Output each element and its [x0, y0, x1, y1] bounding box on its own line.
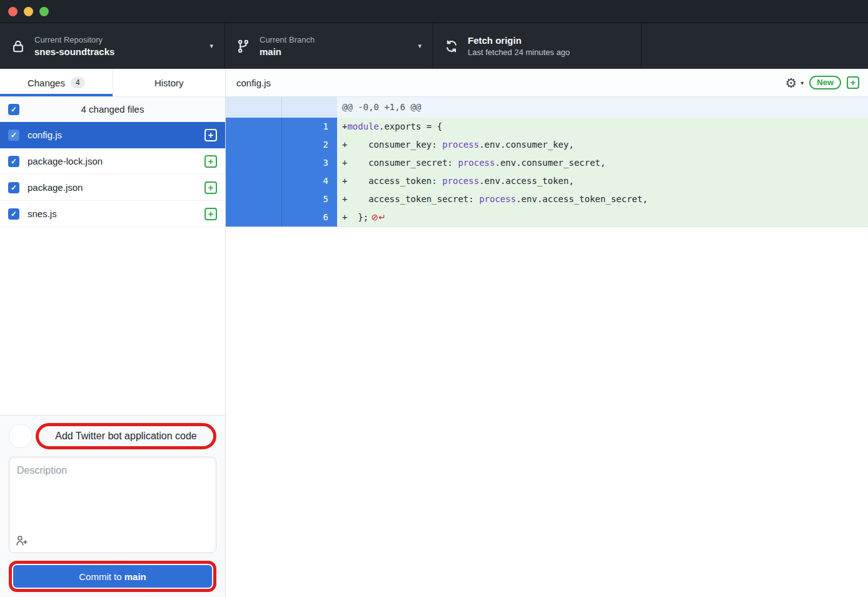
repository-name: snes-soundtracks — [34, 46, 204, 57]
gutter-old-line-number[interactable] — [226, 190, 282, 208]
current-branch-dropdown[interactable]: Current Branch main ▾ — [225, 23, 433, 69]
gutter-old-line-number[interactable] — [226, 118, 282, 136]
file-row[interactable]: ✓snes.js+ — [0, 201, 225, 227]
file-list-empty-space — [0, 227, 225, 415]
file-added-icon: + — [204, 181, 217, 194]
titlebar — [0, 0, 868, 23]
gutter-new — [282, 97, 337, 118]
tab-history-label: History — [154, 78, 184, 88]
toolbar: Current Repository snes-soundtracks ▾ Cu… — [0, 23, 868, 69]
file-name: package.json — [28, 182, 83, 193]
gutter-new-line-number[interactable]: 3 — [282, 154, 337, 172]
diff-line[interactable]: 5+ access_token_secret: process.env.acce… — [226, 190, 868, 208]
file-checkbox[interactable]: ✓ — [8, 156, 19, 167]
description-input[interactable] — [9, 457, 216, 553]
diff-line[interactable]: 4+ access_token: process.env.access_toke… — [226, 172, 868, 190]
lock-icon — [11, 39, 25, 53]
diff-code: + consumer_key: process.env.consumer_key… — [337, 136, 868, 154]
file-name: snes.js — [28, 208, 57, 219]
changes-count-badge: 4 — [71, 77, 85, 88]
diff-code: +module.exports = { — [337, 118, 868, 136]
close-button[interactable] — [8, 7, 18, 16]
chevron-down-icon: ▾ — [209, 42, 213, 50]
gutter-new-line-number[interactable]: 6 — [282, 208, 337, 227]
file-checkbox[interactable]: ✓ — [8, 208, 19, 220]
file-row[interactable]: ✓config.js+ — [0, 122, 225, 148]
file-name: config.js — [28, 130, 62, 140]
gutter-new-line-number[interactable]: 4 — [282, 172, 337, 190]
diff-header: config.js ⚙ ▾ New + — [226, 69, 868, 97]
gutter-old-line-number[interactable] — [226, 154, 282, 172]
diff-code: + }; ⊘↵ — [337, 208, 868, 227]
branch-name: main — [260, 46, 413, 57]
github-desktop-window: Current Repository snes-soundtracks ▾ Cu… — [0, 0, 868, 597]
gutter-old-line-number[interactable] — [226, 172, 282, 190]
gutter-old-line-number[interactable] — [226, 136, 282, 154]
add-coauthor-icon[interactable] — [16, 534, 28, 547]
gutter-new-line-number[interactable]: 5 — [282, 190, 337, 208]
minimize-button[interactable] — [24, 7, 33, 16]
file-added-icon: + — [204, 129, 217, 141]
diff-hunk-row: @@ -0,0 +1,6 @@ — [226, 97, 868, 118]
no-newline-icon: ⊘↵ — [368, 212, 386, 222]
file-checkbox[interactable]: ✓ — [8, 130, 19, 141]
diff-line[interactable]: 6+ }; ⊘↵ — [226, 208, 868, 227]
added-file-icon: + — [847, 76, 859, 89]
sidebar: Changes 4 History ✓ 4 changed files ✓con… — [0, 69, 226, 597]
hunk-header: @@ -0,0 +1,6 @@ — [337, 97, 868, 118]
changed-files-label: 4 changed files — [81, 104, 144, 115]
tab-changes-label: Changes — [28, 78, 65, 88]
file-checkbox[interactable]: ✓ — [8, 182, 19, 193]
file-row[interactable]: ✓package-lock.json+ — [0, 148, 225, 175]
chevron-down-icon: ▾ — [418, 42, 421, 50]
diff-empty-space — [226, 227, 868, 597]
fetch-subtitle: Last fetched 24 minutes ago — [468, 48, 630, 57]
diff-pane: config.js ⚙ ▾ New + @@ -0,0 +1,6 @@1+mod… — [226, 69, 868, 597]
diff-code: + access_token_secret: process.env.acces… — [337, 190, 868, 208]
changed-files-header: ✓ 4 changed files — [0, 97, 225, 122]
sync-icon — [445, 39, 458, 53]
diff-file-title: config.js — [236, 78, 271, 88]
diff-line[interactable]: 3+ consumer_secret: process.env.consumer… — [226, 154, 868, 172]
file-added-icon: + — [204, 208, 217, 220]
diff-line[interactable]: 1+module.exports = { — [226, 118, 868, 136]
diff-code: + access_token: process.env.access_token… — [337, 172, 868, 190]
gutter-old-line-number[interactable] — [226, 208, 282, 227]
diff-lines: @@ -0,0 +1,6 @@1+module.exports = {2+ co… — [226, 97, 868, 227]
gutter-old — [226, 97, 282, 118]
file-added-icon: + — [204, 155, 217, 168]
branch-icon — [236, 39, 250, 53]
file-name: package-lock.json — [28, 156, 103, 166]
summary-red-annotation: Add Twitter bot application code — [36, 423, 216, 449]
commit-button[interactable]: Commit to main — [13, 565, 212, 588]
new-file-badge: New — [809, 76, 841, 89]
current-repository-dropdown[interactable]: Current Repository snes-soundtracks ▾ — [0, 23, 225, 69]
select-all-checkbox[interactable]: ✓ — [8, 104, 19, 115]
fetch-origin-button[interactable]: Fetch origin Last fetched 24 minutes ago — [433, 23, 642, 69]
gear-icon[interactable]: ⚙ — [785, 76, 797, 89]
diff-code: + consumer_secret: process.env.consumer_… — [337, 154, 868, 172]
diff-line[interactable]: 2+ consumer_key: process.env.consumer_ke… — [226, 136, 868, 154]
branch-label: Current Branch — [260, 35, 413, 44]
chevron-down-icon[interactable]: ▾ — [800, 79, 804, 86]
maximize-button[interactable] — [39, 7, 49, 16]
gutter-new-line-number[interactable]: 2 — [282, 136, 337, 154]
gutter-new-line-number[interactable]: 1 — [282, 118, 337, 136]
sidebar-tabs: Changes 4 History — [0, 69, 225, 97]
avatar — [9, 424, 33, 448]
commit-button-prefix: Commit to — [79, 571, 124, 582]
fetch-title: Fetch origin — [468, 35, 630, 46]
repository-label: Current Repository — [34, 35, 204, 44]
file-list: ✓config.js+✓package-lock.json+✓package.j… — [0, 122, 225, 227]
summary-input[interactable]: Add Twitter bot application code — [55, 431, 197, 441]
commit-red-annotation: Commit to main — [9, 561, 216, 592]
commit-area: Add Twitter bot application code — [0, 415, 225, 597]
toolbar-filler — [642, 23, 868, 69]
traffic-lights — [8, 7, 49, 16]
commit-button-branch: main — [124, 571, 146, 582]
tab-history[interactable]: History — [113, 69, 226, 96]
file-row[interactable]: ✓package.json+ — [0, 175, 225, 201]
tab-changes[interactable]: Changes 4 — [0, 69, 113, 96]
